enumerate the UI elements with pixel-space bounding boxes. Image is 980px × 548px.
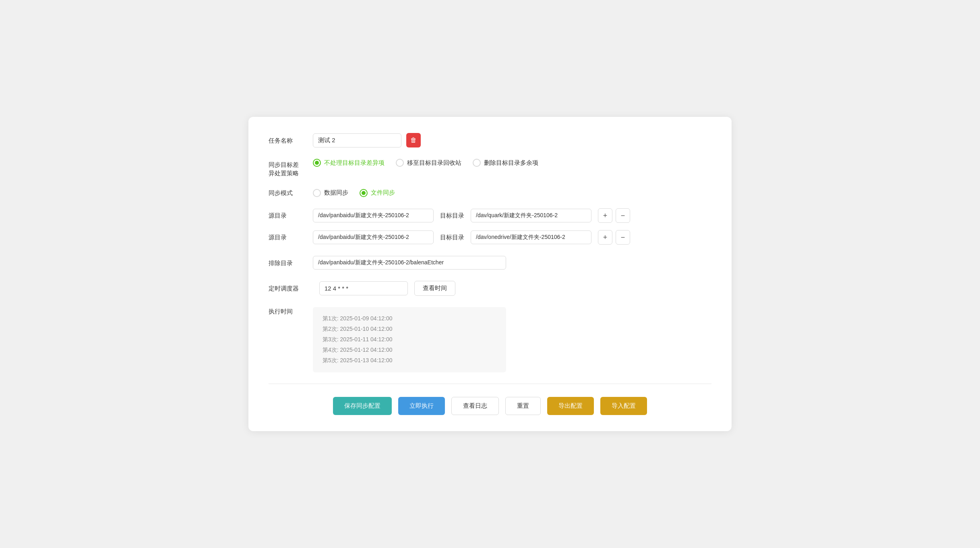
sync-mode-data-label: 数据同步 <box>324 189 348 197</box>
target-dir-input-2[interactable] <box>471 230 591 244</box>
import-config-button[interactable]: 导入配置 <box>600 397 647 415</box>
dir-row-2: 源目录 目标目录 + − <box>269 230 711 245</box>
view-time-button[interactable]: 查看时间 <box>414 281 455 296</box>
sync-mode-options: 数据同步 文件同步 <box>313 189 395 197</box>
dir-separator-1: 目标目录 <box>440 212 464 220</box>
minus-icon-1: − <box>621 212 625 220</box>
source-dir-input-1[interactable] <box>313 209 434 222</box>
sync-mode-label: 同步模式 <box>269 189 313 197</box>
scheduler-label: 定时调度器 <box>269 284 313 293</box>
task-name-row: 任务名称 🗑 <box>269 133 711 147</box>
source-dir-input-2[interactable] <box>313 230 434 244</box>
add-dir-button-1[interactable]: + <box>598 208 612 223</box>
dir-row-1: 源目录 目标目录 + − <box>269 208 711 223</box>
exec-time-4: 第4次: 2025-01-12 04:12:00 <box>323 347 496 354</box>
exec-time-5: 第5次: 2025-01-13 04:12:00 <box>323 357 496 364</box>
scheduler-input[interactable] <box>319 281 408 295</box>
sync-mode-data[interactable]: 数据同步 <box>313 189 348 197</box>
save-config-label: 保存同步配置 <box>344 402 380 409</box>
delete-task-button[interactable]: 🗑 <box>406 133 421 147</box>
plus-icon-2: + <box>603 233 608 242</box>
sync-mode-file[interactable]: 文件同步 <box>360 189 395 197</box>
add-dir-button-2[interactable]: + <box>598 230 612 245</box>
target-dir-input-1[interactable] <box>471 209 591 222</box>
main-card: 任务名称 🗑 同步目标差 异处置策略 不处理目标目录差异项 移至目标目录回收站 … <box>248 117 732 431</box>
dir-separator-2: 目标目录 <box>440 234 464 241</box>
trash-icon: 🗑 <box>410 137 417 144</box>
export-config-button[interactable]: 导出配置 <box>547 397 594 415</box>
exec-time-3: 第3次: 2025-01-11 04:12:00 <box>323 336 496 343</box>
exec-time-2: 第2次: 2025-01-10 04:12:00 <box>323 326 496 333</box>
sync-strategy-no-handle-label: 不处理目标目录差异项 <box>324 159 385 167</box>
source-dir-label-1: 源目录 <box>269 212 313 220</box>
dir-rows-wrapper: 源目录 目标目录 + − 源目录 目标目录 + <box>269 208 711 252</box>
export-config-label: 导出配置 <box>558 402 583 409</box>
sync-strategy-label: 同步目标差 异处置策略 <box>269 159 313 177</box>
sync-strategy-options: 不处理目标目录差异项 移至目标目录回收站 删除目标目录多余项 <box>313 159 538 167</box>
view-log-button[interactable]: 查看日志 <box>451 397 499 415</box>
scheduler-row: 定时调度器 查看时间 <box>269 281 711 296</box>
reset-button[interactable]: 重置 <box>505 397 541 415</box>
radio-no-handle <box>313 159 321 167</box>
save-config-button[interactable]: 保存同步配置 <box>333 397 392 415</box>
execute-label: 立即执行 <box>409 402 434 409</box>
footer-buttons: 保存同步配置 立即执行 查看日志 重置 导出配置 导入配置 <box>269 397 711 415</box>
view-log-label: 查看日志 <box>463 402 487 409</box>
source-dir-label-2: 源目录 <box>269 234 313 241</box>
remove-dir-button-2[interactable]: − <box>616 230 630 245</box>
exclude-dir-label: 排除目录 <box>269 259 313 267</box>
import-config-label: 导入配置 <box>612 402 636 409</box>
sync-strategy-recycle-label: 移至目标目录回收站 <box>407 159 461 167</box>
exec-time-1: 第1次: 2025-01-09 04:12:00 <box>323 315 496 322</box>
dir-actions-1: + − <box>598 208 630 223</box>
sync-strategy-delete[interactable]: 删除目标目录多余项 <box>473 159 538 167</box>
sync-mode-file-label: 文件同步 <box>371 189 395 197</box>
sync-strategy-row: 同步目标差 异处置策略 不处理目标目录差异项 移至目标目录回收站 删除目标目录多… <box>269 159 711 177</box>
exclude-dir-row: 排除目录 <box>269 256 711 270</box>
exclude-dir-input[interactable] <box>313 256 506 270</box>
exec-time-row: 执行时间 第1次: 2025-01-09 04:12:00 第2次: 2025-… <box>269 307 711 372</box>
minus-icon-2: − <box>621 233 625 242</box>
task-name-input[interactable] <box>313 133 401 147</box>
reset-label: 重置 <box>517 402 529 409</box>
divider <box>269 384 711 384</box>
remove-dir-button-1[interactable]: − <box>616 208 630 223</box>
radio-recycle <box>396 159 404 167</box>
radio-file-sync <box>360 189 368 197</box>
exec-time-label: 执行时间 <box>269 307 313 316</box>
view-time-label: 查看时间 <box>423 284 447 291</box>
sync-strategy-recycle[interactable]: 移至目标目录回收站 <box>396 159 461 167</box>
sync-mode-row: 同步模式 数据同步 文件同步 <box>269 189 711 197</box>
task-name-label: 任务名称 <box>269 136 313 145</box>
radio-data-sync <box>313 189 321 197</box>
sync-strategy-no-handle[interactable]: 不处理目标目录差异项 <box>313 159 385 167</box>
dir-actions-2: + − <box>598 230 630 245</box>
exec-time-box: 第1次: 2025-01-09 04:12:00 第2次: 2025-01-10… <box>313 307 506 372</box>
plus-icon-1: + <box>603 212 608 220</box>
sync-strategy-delete-label: 删除目标目录多余项 <box>484 159 538 167</box>
execute-button[interactable]: 立即执行 <box>398 397 445 415</box>
radio-delete <box>473 159 481 167</box>
